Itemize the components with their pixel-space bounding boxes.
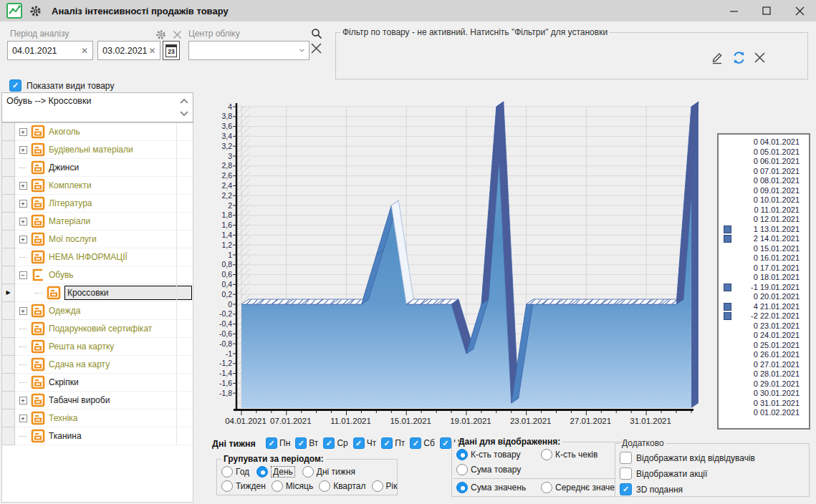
tree-item-label[interactable]: Матеріали (49, 216, 90, 226)
radio-button[interactable] (456, 449, 468, 460)
legend-row[interactable]: 0 11.01.2021 (719, 205, 809, 215)
period-clear-icon[interactable] (173, 30, 182, 39)
tree-item-label[interactable]: Решта на картку (49, 341, 114, 352)
plus-icon[interactable]: + (19, 236, 27, 243)
legend-row[interactable]: 4 21.01.2021 (719, 302, 809, 312)
tree-item-label[interactable]: Скріпки (49, 377, 79, 387)
weekday-checkbox[interactable]: ✓ (295, 437, 307, 449)
tree-item-label[interactable]: Будівельні матеріали (49, 145, 133, 155)
legend-row[interactable]: 0 09.01.2021 (719, 186, 809, 196)
minus-icon[interactable]: − (19, 271, 27, 279)
tree-row[interactable]: Сдача на карту (2, 356, 193, 374)
date-to-clear-icon[interactable]: ✕ (148, 46, 158, 56)
legend-row[interactable]: 0 16.01.2021 (719, 253, 809, 263)
radio-button[interactable] (256, 466, 268, 478)
radio-button[interactable] (372, 480, 383, 492)
tree-item-label[interactable]: Мої послуги (49, 234, 97, 244)
extra-option[interactable]: ✓3D подання (620, 483, 809, 495)
tree-expander-icon[interactable]: + (15, 236, 31, 243)
legend-row[interactable]: 0 17.01.2021 (719, 263, 809, 273)
legend-row[interactable]: 0 15.01.2021 (719, 244, 809, 254)
weekday-checkbox[interactable]: ✓ (440, 437, 451, 449)
search-icon[interactable] (311, 28, 322, 39)
tree-item-label[interactable]: Комплекти (49, 180, 92, 190)
radio-option[interactable]: К-сть товару (456, 449, 541, 460)
radio-option[interactable]: Год (221, 466, 249, 478)
legend-row[interactable]: 0 23.01.2021 (719, 321, 809, 331)
tree-item-label[interactable]: Одежда (49, 306, 80, 316)
legend-row[interactable]: -2 22.01.2021 (719, 311, 809, 321)
minimize-button[interactable] (717, 0, 750, 21)
center-clear-icon[interactable] (310, 42, 322, 54)
tree-expander-icon[interactable]: + (15, 307, 31, 315)
tree-expander-icon[interactable]: + (15, 200, 31, 208)
radio-option[interactable]: Сума товару (456, 464, 541, 475)
legend-row[interactable]: 0 18.01.2021 (719, 273, 809, 283)
tree-row[interactable]: Скріпки (2, 374, 193, 392)
plus-icon[interactable]: + (19, 128, 27, 136)
filter-clear-icon[interactable] (754, 52, 766, 64)
tree-row[interactable]: +Комплекти (2, 177, 193, 195)
tree-row[interactable]: +Табачні вироби (2, 392, 193, 410)
legend-row[interactable]: 0 30.01.2021 (719, 389, 809, 399)
legend-row[interactable]: 0 05.01.2021 (719, 147, 809, 158)
extra-checkbox[interactable] (620, 467, 632, 480)
plus-icon[interactable]: + (19, 146, 27, 154)
close-button[interactable] (783, 0, 816, 21)
tree-row[interactable]: +Одежда (2, 302, 193, 320)
weekday-checkbox[interactable]: ✓ (266, 437, 277, 449)
tree-row[interactable]: −Обувь (2, 266, 193, 284)
plus-icon[interactable]: + (19, 182, 27, 190)
tree-item-label[interactable]: Акоголь (49, 127, 80, 137)
tree-row[interactable]: +Техніка (2, 410, 193, 427)
date-from-clear-icon[interactable]: ✕ (80, 46, 90, 56)
tree-item-label[interactable]: Кроссовки (64, 286, 192, 300)
scroll-up-icon[interactable] (178, 96, 190, 107)
tree-row[interactable]: НЕМА ІНФОРМАЦІЇ (2, 248, 193, 266)
legend-row[interactable]: 0 08.01.2021 (719, 176, 809, 186)
tree-expander-icon[interactable]: + (15, 415, 31, 422)
tree-row[interactable]: ▶Кроссовки (2, 284, 193, 302)
radio-button[interactable] (319, 480, 330, 492)
legend-row[interactable]: 0 28.01.2021 (719, 369, 809, 379)
tree-row[interactable]: Решта на картку (2, 338, 193, 356)
tree-item-label[interactable]: Обувь (49, 270, 74, 280)
tree-item-label[interactable]: Техніка (49, 413, 78, 423)
tree-item-label[interactable]: Література (49, 198, 92, 208)
legend-row[interactable]: 0 10.01.2021 (719, 195, 809, 205)
legend-row[interactable]: 0 29.01.2021 (719, 379, 809, 389)
tree-item-label[interactable]: НЕМА ІНФОРМАЦІЇ (49, 252, 128, 262)
legend-row[interactable]: 0 06.01.2021 (719, 157, 809, 167)
weekday-checkbox[interactable]: ✓ (410, 437, 421, 449)
radio-option[interactable]: Дні тижня (302, 466, 355, 478)
radio-button[interactable] (456, 482, 468, 493)
extra-option[interactable]: Відображати акції (620, 467, 809, 480)
legend-row[interactable]: -1 19.01.2021 (719, 283, 809, 293)
tree-expander-icon[interactable]: + (15, 397, 31, 404)
tree-expander-icon[interactable]: + (15, 218, 31, 226)
radio-button[interactable] (221, 466, 233, 478)
legend-row[interactable]: 0 24.01.2021 (719, 331, 809, 341)
radio-option[interactable]: Сума значень (456, 482, 541, 493)
weekday-checkbox[interactable]: ✓ (381, 437, 393, 449)
radio-button[interactable] (456, 464, 468, 475)
radio-button[interactable] (302, 466, 314, 478)
center-combobox[interactable] (188, 41, 309, 60)
tree-expander-icon[interactable]: − (15, 271, 31, 279)
plus-icon[interactable]: + (19, 307, 27, 315)
extra-checkbox[interactable] (620, 452, 632, 464)
plus-icon[interactable]: + (19, 397, 27, 404)
legend-row[interactable]: 0 07.01.2021 (719, 167, 809, 177)
radio-option[interactable]: Місяць (272, 480, 313, 492)
tree-row[interactable]: +Мої послуги (2, 231, 193, 248)
tree-item-label[interactable]: Тканина (49, 431, 82, 441)
date-from-field[interactable]: 04.01.2021 ✕ (7, 41, 93, 60)
plus-icon[interactable]: + (19, 200, 27, 208)
weekday-checkbox[interactable]: ✓ (323, 437, 335, 449)
period-settings-gear-icon[interactable] (155, 29, 166, 40)
extra-checkbox[interactable]: ✓ (620, 483, 632, 495)
weekday-checkbox[interactable]: ✓ (353, 437, 365, 449)
maximize-button[interactable] (750, 0, 783, 21)
tree-row[interactable]: +Матеріали (2, 213, 193, 231)
tree-row[interactable]: Джинси (2, 159, 193, 177)
